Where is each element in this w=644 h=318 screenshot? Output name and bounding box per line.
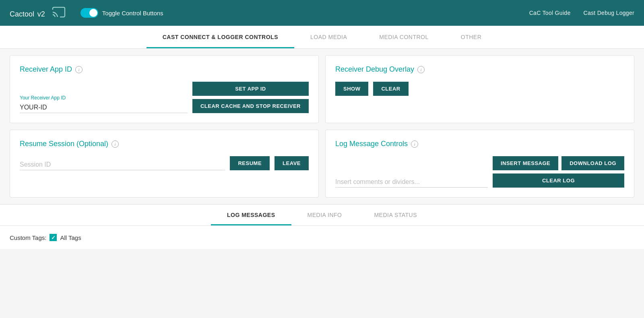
resume-session-input-area [20,159,225,170]
log-top-buttons: INSERT MESSAGE DOWNLOAD LOG [493,156,624,170]
resume-session-panel: Resume Session (Optional) i RESUME LEAVE [10,130,319,198]
clear-cache-button[interactable]: CLEAR CACHE AND STOP RECEIVER [192,99,309,113]
log-message-content: INSERT MESSAGE DOWNLOAD LOG CLEAR LOG [335,156,624,188]
debug-overlay-panel: Receiver Debug Overlay i SHOW CLEAR [325,55,634,123]
header-left: Cactool v2 Toggle Control Buttons [10,5,163,21]
log-message-panel: Log Message Controls i INSERT MESSAGE DO… [325,130,634,198]
receiver-app-help-icon[interactable]: i [75,66,83,73]
tab-load-media[interactable]: LOAD MEDIA [294,26,363,48]
tab-log-messages[interactable]: LOG MESSAGES [211,204,291,225]
resume-session-title-text: Resume Session (Optional) [20,140,108,148]
toggle-area[interactable]: Toggle Control Buttons [80,8,163,18]
log-message-input-area [335,177,488,188]
resume-session-content: RESUME LEAVE [20,156,309,170]
resume-session-buttons: RESUME LEAVE [230,156,309,170]
logo-name: Cactool [10,10,34,18]
toggle-label: Toggle Control Buttons [102,10,163,17]
panels-area: Receiver App ID i Your Receiver App ID S… [0,49,644,204]
log-message-title: Log Message Controls i [335,140,624,148]
receiver-app-input-label: Your Receiver App ID [20,95,188,101]
show-debug-button[interactable]: SHOW [335,82,368,96]
tab-media-control[interactable]: MEDIA CONTROL [363,26,444,48]
download-log-button[interactable]: DOWNLOAD LOG [561,156,624,170]
debug-overlay-buttons: SHOW CLEAR [335,82,624,96]
top-tab-bar: CAST CONNECT & LOGGER CONTROLS LOAD MEDI… [0,26,644,49]
receiver-app-panel: Receiver App ID i Your Receiver App ID S… [10,55,319,123]
custom-tags-area: Custom Tags: All Tags [0,226,644,249]
log-comment-input[interactable] [335,177,488,188]
tab-media-status[interactable]: MEDIA STATUS [358,204,433,225]
all-tags-checkbox[interactable] [50,234,57,241]
debug-overlay-title-text: Receiver Debug Overlay [335,65,414,74]
resume-session-help-icon[interactable]: i [111,140,119,148]
nav-logger-link[interactable]: Cast Debug Logger [583,10,634,16]
custom-tags-label: Custom Tags: [10,234,46,241]
app-header: Cactool v2 Toggle Control Buttons CaC To… [0,0,644,26]
session-id-input[interactable] [20,159,225,170]
receiver-app-content: Your Receiver App ID SET APP ID CLEAR CA… [20,82,309,113]
all-tags-label: All Tags [60,234,81,241]
receiver-app-title-text: Receiver App ID [20,65,72,74]
receiver-app-title: Receiver App ID i [20,65,309,74]
debug-overlay-help-icon[interactable]: i [417,66,425,73]
resume-button[interactable]: RESUME [230,156,270,170]
insert-message-button[interactable]: INSERT MESSAGE [493,156,558,170]
toggle-button[interactable] [80,8,98,18]
receiver-app-input[interactable] [20,102,188,113]
log-message-buttons: INSERT MESSAGE DOWNLOAD LOG CLEAR LOG [493,156,624,188]
log-message-help-icon[interactable]: i [411,140,418,148]
bottom-tab-bar: LOG MESSAGES MEDIA INFO MEDIA STATUS [0,204,644,226]
resume-session-title: Resume Session (Optional) i [20,140,309,148]
bottom-section: LOG MESSAGES MEDIA INFO MEDIA STATUS Cus… [0,204,644,249]
tab-cast-connect[interactable]: CAST CONNECT & LOGGER CONTROLS [147,26,294,48]
receiver-app-buttons: SET APP ID CLEAR CACHE AND STOP RECEIVER [192,82,309,113]
panels-grid: Receiver App ID i Your Receiver App ID S… [10,55,634,198]
log-message-title-text: Log Message Controls [335,140,408,148]
tab-other[interactable]: OTHER [445,26,498,48]
nav-guide-link[interactable]: CaC Tool Guide [529,10,571,16]
leave-button[interactable]: LEAVE [275,156,309,170]
logo-version: v2 [37,10,45,18]
tab-media-info[interactable]: MEDIA INFO [291,204,358,225]
cast-icon [52,5,66,21]
clear-debug-button[interactable]: CLEAR [373,82,408,96]
clear-log-button[interactable]: CLEAR LOG [493,173,624,188]
debug-overlay-title: Receiver Debug Overlay i [335,65,624,74]
receiver-app-input-area: Your Receiver App ID [20,95,188,113]
header-nav: CaC Tool Guide Cast Debug Logger [529,10,634,16]
logo: Cactool v2 [10,6,45,19]
set-app-id-button[interactable]: SET APP ID [192,82,309,96]
